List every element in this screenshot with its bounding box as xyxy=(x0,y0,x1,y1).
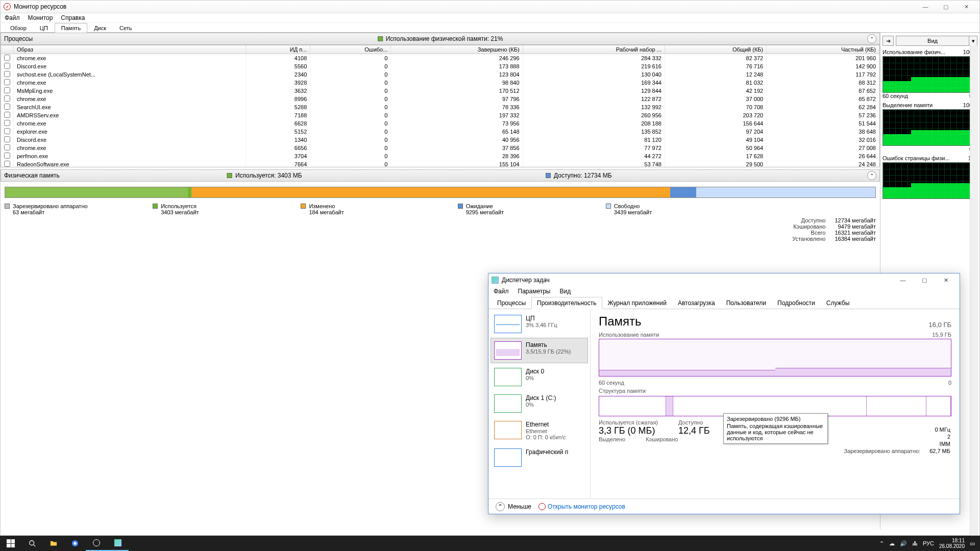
tm-left-panel[interactable]: ЦП3% 3,46 ГГцПамять3,5/15,9 ГБ (22%)Диск… xyxy=(488,309,591,498)
collapse-physmem-button[interactable]: ⌃ xyxy=(867,171,876,180)
table-row[interactable]: SearchUI.exe5288078 336132 99270 70862 2… xyxy=(1,103,879,111)
table-row[interactable]: chrome.exe8996097 796122 87237 00085 872 xyxy=(1,95,879,103)
tray-onedrive-icon[interactable]: ☁ xyxy=(889,540,895,547)
rm-scrollbar[interactable] xyxy=(970,45,978,535)
tm-fewer-details-button[interactable]: ⌃Меньше xyxy=(496,502,531,511)
taskbar-chrome-button[interactable] xyxy=(64,536,86,551)
proc-col-header[interactable]: Рабочий набор ... xyxy=(523,45,665,54)
proc-col-header[interactable]: ИД п... xyxy=(246,45,310,54)
row-checkbox[interactable] xyxy=(4,136,10,142)
tray-volume-icon[interactable]: 🔊 xyxy=(900,540,907,547)
tray-network-icon[interactable]: 🖧 xyxy=(912,540,918,546)
processes-section-header[interactable]: Процессы Использование физической памяти… xyxy=(1,33,880,45)
tm-card-cpu[interactable]: ЦП3% 3,46 ГГц xyxy=(491,311,588,337)
row-checkbox[interactable] xyxy=(4,87,10,93)
side-back-button[interactable]: ➔ xyxy=(883,36,894,46)
minimize-button[interactable]: — xyxy=(915,1,936,12)
tray-language[interactable]: РУС xyxy=(923,540,934,546)
proc-col-header[interactable]: Завершено (КБ) xyxy=(391,45,523,54)
table-row[interactable]: AMDRSServ.exe71880197 332260 956203 7205… xyxy=(1,111,879,119)
tm-card-disk[interactable]: Диск 00% xyxy=(491,364,588,390)
side-view-dropdown[interactable]: Вид ▾ xyxy=(896,36,977,46)
row-checkbox[interactable] xyxy=(4,161,10,167)
table-row[interactable]: chrome.exe6656037 85677 97250 96427 008 xyxy=(1,144,879,152)
row-checkbox[interactable] xyxy=(4,153,10,159)
tm-tab[interactable]: Подробности xyxy=(772,297,821,309)
tm-card-eth[interactable]: EthernetEthernetО: 0 П: 0 кбит/с xyxy=(491,417,588,444)
table-row[interactable]: Discord.exe55600173 888219 61676 716142 … xyxy=(1,62,879,70)
row-checkbox[interactable] xyxy=(4,104,10,110)
table-row[interactable]: chrome.exe6628073 956208 188156 64451 54… xyxy=(1,119,879,128)
tm-card-gpu[interactable]: Графический п xyxy=(491,445,588,470)
tm-tab[interactable]: Пользователи xyxy=(721,297,772,309)
row-checkbox[interactable] xyxy=(4,144,10,151)
row-checkbox[interactable] xyxy=(4,55,10,61)
proc-col-header[interactable]: Ошибо... xyxy=(310,45,391,54)
proc-col-header[interactable]: Образ xyxy=(14,45,246,54)
row-checkbox[interactable] xyxy=(4,120,10,126)
tm-menu-options[interactable]: Параметры xyxy=(518,288,551,295)
tm-tab[interactable]: Автозагрузка xyxy=(672,297,721,309)
tray-clock[interactable]: 18:1126.08.2020 xyxy=(939,538,965,549)
row-checkbox[interactable] xyxy=(4,71,10,77)
table-row[interactable]: Discord.exe1340040 95681 12049 10432 016 xyxy=(1,136,879,144)
physmem-section-header[interactable]: Физическая память Используется: 3403 МБ … xyxy=(1,169,880,182)
tm-tab[interactable]: Службы xyxy=(821,297,855,309)
tm-minimize-button[interactable]: — xyxy=(892,274,914,286)
table-row[interactable]: RadeonSoftware.exe76640155 10453 74829 5… xyxy=(1,160,879,167)
taskbar-explorer-button[interactable] xyxy=(43,536,64,551)
row-checkbox[interactable] xyxy=(4,79,10,85)
mini-graph-icon xyxy=(494,421,522,439)
row-checkbox[interactable] xyxy=(4,63,10,69)
tab-overview[interactable]: Обзор xyxy=(4,23,33,33)
taskbar-resource-monitor-button[interactable] xyxy=(86,536,107,551)
table-row[interactable]: perfmon.exe3704028 39644 27217 62826 644 xyxy=(1,152,879,160)
tm-maximize-button[interactable]: ▢ xyxy=(914,274,935,286)
rm-tabs: Обзор ЦП Память Диск Сеть xyxy=(1,23,979,33)
rm-title: Монитор ресурсов xyxy=(14,3,915,10)
tm-tab[interactable]: Процессы xyxy=(492,297,531,309)
tray-notifications-icon[interactable]: ▭ xyxy=(970,540,975,547)
maximize-button[interactable]: ▢ xyxy=(936,1,956,12)
start-button[interactable] xyxy=(0,536,21,551)
tab-disk[interactable]: Диск xyxy=(87,23,113,33)
row-checkbox[interactable] xyxy=(4,112,10,118)
close-button[interactable]: ✕ xyxy=(956,1,976,12)
tm-menu-view[interactable]: Вид xyxy=(559,288,571,295)
tm-tab[interactable]: Производительность xyxy=(531,297,602,309)
legend-swatch-icon xyxy=(153,204,158,209)
open-resource-monitor-link[interactable]: Открыть монитор ресурсов xyxy=(548,503,625,510)
tab-memory[interactable]: Память xyxy=(55,23,87,33)
resource-monitor-taskbar-icon xyxy=(93,539,100,546)
table-row[interactable]: MsMpEng.exe36320170 512129 84442 19287 6… xyxy=(1,87,879,95)
menu-monitor[interactable]: Монитор xyxy=(28,14,53,21)
taskbar-task-manager-button[interactable] xyxy=(107,536,129,551)
table-row[interactable]: explorer.exe5152065 148135 85297 20438 6… xyxy=(1,128,879,136)
tab-cpu[interactable]: ЦП xyxy=(33,23,55,33)
tm-card-disk[interactable]: Диск 1 (C:)0% xyxy=(491,391,588,416)
tm-tab[interactable]: Журнал приложений xyxy=(602,297,672,309)
resource-monitor-link-icon xyxy=(538,503,546,510)
tm-close-button[interactable]: ✕ xyxy=(935,274,957,286)
menu-file[interactable]: Файл xyxy=(5,14,20,21)
tab-network[interactable]: Сеть xyxy=(113,23,138,33)
menu-help[interactable]: Справка xyxy=(61,14,85,21)
row-checkbox[interactable] xyxy=(4,128,10,134)
proc-col-header[interactable]: Частный (КБ) xyxy=(767,45,879,54)
tray-chevron-up-icon[interactable]: ⌃ xyxy=(879,540,884,547)
processes-table-container[interactable]: ОбразИД п...Ошибо...Завершено (КБ)Рабочи… xyxy=(1,45,880,167)
row-checkbox[interactable] xyxy=(4,95,10,102)
tm-card-mem[interactable]: Память3,5/15,9 ГБ (22%) xyxy=(491,338,588,363)
tm-menu-file[interactable]: Файл xyxy=(494,288,509,295)
rm-titlebar[interactable]: Монитор ресурсов — ▢ ✕ xyxy=(1,1,979,13)
taskbar-search-button[interactable] xyxy=(21,536,43,551)
table-row[interactable]: chrome.exe41080246 296284 33282 372201 9… xyxy=(1,54,879,63)
collapse-processes-button[interactable]: ⌃ xyxy=(867,34,876,43)
mini-graph-icon xyxy=(494,394,522,413)
table-row[interactable]: chrome.exe3928098 840169 34481 03288 312 xyxy=(1,79,879,87)
mini-graph-icon xyxy=(494,448,522,467)
tm-titlebar[interactable]: Диспетчер задач — ▢ ✕ xyxy=(488,273,960,287)
svg-point-3 xyxy=(74,542,76,544)
table-row[interactable]: svchost.exe (LocalSystemNet...23400123 8… xyxy=(1,70,879,79)
proc-col-header[interactable]: Общий (КБ) xyxy=(665,45,766,54)
